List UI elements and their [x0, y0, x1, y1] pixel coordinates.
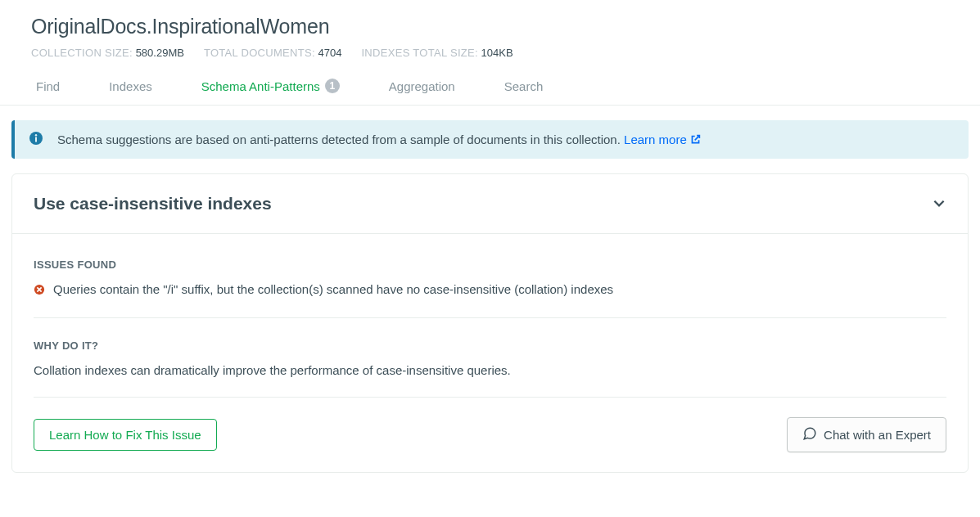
learn-more-link[interactable]: Learn more	[624, 133, 701, 146]
external-link-icon	[690, 133, 701, 146]
svg-rect-1	[35, 137, 37, 142]
tab-search[interactable]: Search	[480, 74, 568, 105]
collection-size-label: COLLECTION SIZE:	[31, 47, 133, 59]
collection-size-value: 580.29MB	[136, 47, 184, 59]
collection-stats: COLLECTION SIZE: 580.29MB TOTAL DOCUMENT…	[0, 47, 980, 74]
tab-aggregation[interactable]: Aggregation	[364, 74, 480, 105]
tab-find[interactable]: Find	[11, 74, 84, 105]
learn-more-label: Learn more	[624, 133, 687, 146]
page-title: OriginalDocs.InspirationalWomen	[0, 15, 980, 47]
indexes-size-label: INDEXES TOTAL SIZE:	[361, 47, 477, 59]
svg-point-2	[35, 134, 37, 136]
info-icon	[29, 132, 43, 147]
chat-expert-label: Chat with an Expert	[824, 428, 931, 442]
chevron-down-icon	[932, 196, 946, 213]
indexes-size-value: 104KB	[481, 47, 513, 59]
learn-fix-button[interactable]: Learn How to Fix This Issue	[34, 419, 217, 451]
chat-expert-button[interactable]: Chat with an Expert	[787, 417, 946, 452]
anti-pattern-card: Use case-insensitive indexes ISSUES FOUN…	[11, 173, 969, 473]
tab-indexes[interactable]: Indexes	[84, 74, 177, 105]
card-title: Use case-insensitive indexes	[34, 194, 272, 214]
tab-bar: Find Indexes Schema Anti-Patterns 1 Aggr…	[0, 74, 980, 106]
chat-icon	[802, 426, 817, 443]
tab-schema-label: Schema Anti-Patterns	[201, 79, 320, 93]
total-documents-value: 4704	[318, 47, 342, 59]
issues-found-label: ISSUES FOUND	[34, 258, 946, 271]
issue-text: Queries contain the "/i" suffix, but the…	[53, 282, 613, 296]
why-do-it-text: Collation indexes can dramatically impro…	[34, 363, 946, 377]
error-icon	[34, 284, 45, 298]
info-alert: Schema suggestions are based on anti-pat…	[11, 120, 969, 159]
total-documents-label: TOTAL DOCUMENTS:	[204, 47, 315, 59]
why-do-it-label: WHY DO IT?	[34, 339, 946, 352]
tab-schema-badge: 1	[325, 79, 340, 93]
alert-text: Schema suggestions are based on anti-pat…	[57, 133, 624, 146]
tab-schema-anti-patterns[interactable]: Schema Anti-Patterns 1	[177, 74, 364, 105]
card-header[interactable]: Use case-insensitive indexes	[12, 174, 968, 234]
